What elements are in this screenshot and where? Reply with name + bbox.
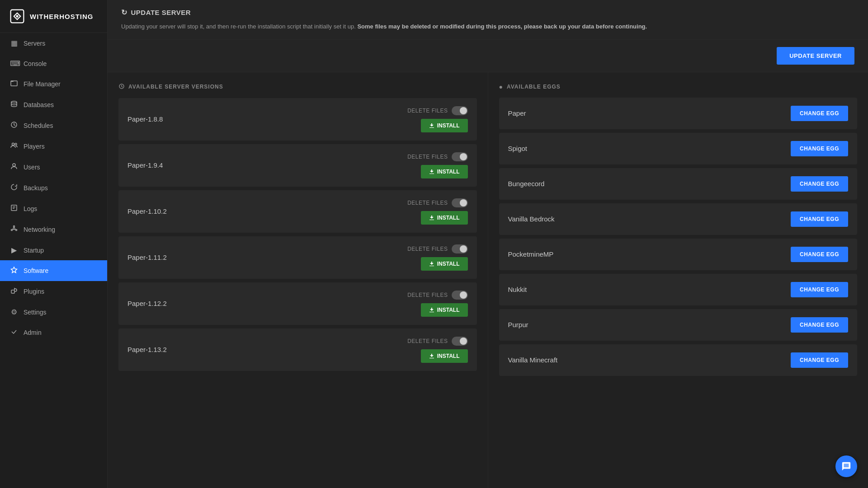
egg-card: Spigot CHANGE EGG [499,133,858,164]
logo-icon [9,8,25,24]
sidebar-item-logs[interactable]: Logs [0,198,107,219]
file-manager-icon [10,80,18,89]
egg-name: Nukkit [508,286,527,293]
delete-files-toggle[interactable] [452,337,468,346]
version-card: Paper-1.9.4 DELETE FILES INSTALL [118,144,477,187]
egg-card: Nukkit CHANGE EGG [499,274,858,305]
install-button[interactable]: INSTALL [421,211,468,225]
version-card: Paper-1.12.2 DELETE FILES INSTALL [118,282,477,325]
networking-icon [10,225,18,234]
change-egg-button[interactable]: CHANGE EGG [791,352,848,368]
svg-point-6 [12,143,14,145]
sidebar-item-settings[interactable]: ⚙ Settings [0,302,107,322]
egg-card: Paper CHANGE EGG [499,98,858,129]
logs-icon [10,204,18,213]
version-card: Paper-1.13.2 DELETE FILES INSTALL [118,328,477,371]
delete-files-toggle[interactable] [452,244,468,253]
egg-name: Vanilla Bedrock [508,215,555,223]
sidebar-item-admin[interactable]: Admin [0,322,107,343]
sidebar-item-players[interactable]: Players [0,136,107,157]
download-icon [429,123,434,128]
change-egg-button[interactable]: CHANGE EGG [791,176,848,192]
sidebar-item-file-manager[interactable]: File Manager [0,74,107,94]
delete-files-toggle[interactable] [452,198,468,207]
install-button[interactable]: INSTALL [421,119,468,132]
svg-rect-9 [11,205,17,211]
sidebar: WITHERHOSTING ▦ Servers ⌨ Console File M… [0,0,108,488]
download-icon [429,215,434,221]
main-content: ↻ UPDATE SERVER Updating your server wil… [108,0,868,488]
download-icon [429,353,434,359]
change-egg-button[interactable]: CHANGE EGG [791,317,848,333]
sidebar-item-schedules[interactable]: Schedules [0,115,107,136]
versions-icon [118,83,125,91]
sidebar-item-databases[interactable]: Databases [0,94,107,115]
egg-card: PocketmineMP CHANGE EGG [499,239,858,270]
change-egg-button[interactable]: CHANGE EGG [791,106,848,121]
sidebar-item-servers[interactable]: ▦ Servers [0,33,107,53]
update-description: Updating your server will stop it, and t… [121,22,854,31]
sidebar-item-networking[interactable]: Networking [0,219,107,240]
change-egg-button[interactable]: CHANGE EGG [791,211,848,227]
version-name: Paper-1.9.4 [127,161,163,169]
version-card: Paper-1.8.8 DELETE FILES INSTALL [118,98,477,141]
console-icon: ⌨ [10,59,18,68]
version-name: Paper-1.11.2 [127,253,167,261]
sidebar-label-servers: Servers [24,40,45,47]
eggs-icon: ● [499,83,503,90]
egg-card: Vanilla Minecraft CHANGE EGG [499,344,858,376]
sidebar-label-backups: Backups [24,184,48,192]
svg-point-1 [16,15,18,17]
svg-point-13 [11,230,13,231]
sidebar-item-software[interactable]: Software [0,260,107,281]
version-name: Paper-1.10.2 [127,207,167,215]
settings-icon: ⚙ [10,308,18,316]
sidebar-item-plugins[interactable]: Plugins [0,281,107,302]
page-title: UPDATE SERVER [131,9,191,16]
sidebar-item-backups[interactable]: Backups [0,178,107,198]
sidebar-label-startup: Startup [24,247,44,254]
egg-name: Bungeecord [508,180,545,188]
versions-list: Paper-1.8.8 DELETE FILES INSTALL Paper-1… [118,98,477,371]
install-button[interactable]: INSTALL [421,257,468,271]
download-icon [429,307,434,313]
sidebar-item-users[interactable]: Users [0,157,107,178]
sidebar-item-startup[interactable]: ▶ Startup [0,240,107,260]
version-actions: DELETE FILES INSTALL [407,198,467,225]
svg-point-4 [11,101,17,103]
egg-name: PocketmineMP [508,250,554,258]
delete-files-toggle[interactable] [452,291,468,300]
delete-files-row: DELETE FILES [407,337,467,346]
delete-files-toggle[interactable] [452,152,468,161]
install-button[interactable]: INSTALL [421,165,468,178]
nav-menu: ▦ Servers ⌨ Console File Manager Databas… [0,33,107,343]
install-button[interactable]: INSTALL [421,349,468,363]
egg-card: Bungeecord CHANGE EGG [499,168,858,200]
startup-icon: ▶ [10,246,18,254]
update-server-button[interactable]: UPDATE SERVER [777,47,854,65]
sidebar-item-console[interactable]: ⌨ Console [0,53,107,74]
delete-files-label: DELETE FILES [407,338,448,344]
users-icon [10,163,18,172]
egg-card: Purpur CHANGE EGG [499,309,858,341]
egg-name: Spigot [508,145,528,152]
update-server-header: ↻ UPDATE SERVER [121,8,854,17]
sidebar-label-plugins: Plugins [24,288,44,295]
eggs-list: Paper CHANGE EGG Spigot CHANGE EGG Bunge… [499,98,858,376]
databases-icon [10,100,18,109]
version-actions: DELETE FILES INSTALL [407,291,467,317]
description-normal: Updating your server will stop it, and t… [121,23,357,30]
install-button[interactable]: INSTALL [421,303,468,317]
content-area: AVAILABLE SERVER VERSIONS Paper-1.8.8 DE… [108,72,868,488]
delete-files-label: DELETE FILES [407,154,448,160]
logo-text: WITHERHOSTING [30,13,94,20]
change-egg-button[interactable]: CHANGE EGG [791,282,848,297]
sidebar-label-console: Console [24,60,47,67]
chat-bubble[interactable] [835,455,857,477]
change-egg-button[interactable]: CHANGE EGG [791,141,848,156]
left-panel-title: AVAILABLE SERVER VERSIONS [118,83,477,91]
delete-files-toggle[interactable] [452,106,468,115]
sidebar-label-software: Software [24,267,48,274]
change-egg-button[interactable]: CHANGE EGG [791,247,848,262]
version-card: Paper-1.11.2 DELETE FILES INSTALL [118,236,477,279]
